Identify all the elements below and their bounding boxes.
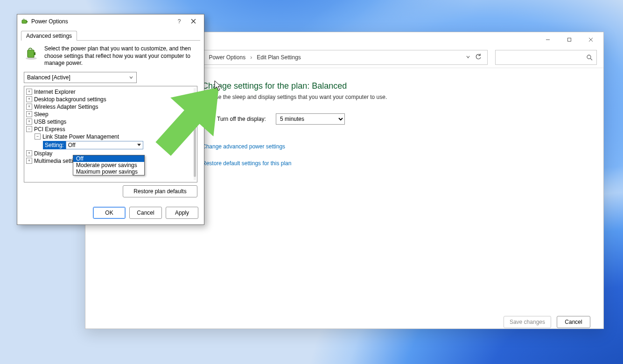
svg-line-5 [590, 58, 592, 60]
tree-item-ie[interactable]: Internet Explorer [34, 89, 76, 95]
settings-tree[interactable]: +Internet Explorer +Desktop background s… [24, 86, 197, 182]
svg-point-4 [587, 55, 591, 59]
breadcrumb-dropdown-icon[interactable] [466, 54, 470, 61]
refresh-icon[interactable] [475, 54, 482, 62]
display-off-label: Turn off the display: [217, 116, 268, 122]
setting-value-text: Off [68, 142, 76, 148]
tree-item-display[interactable]: Display [34, 150, 52, 157]
tree-item-lspm[interactable]: Link State Power Management [42, 133, 119, 140]
lspm-setting-row[interactable]: Setting: Off [43, 141, 143, 149]
expand-icon[interactable]: + [26, 89, 32, 95]
close-button[interactable] [185, 18, 201, 25]
save-changes-button[interactable]: Save changes [504, 316, 551, 328]
tree-item-wireless[interactable]: Wireless Adapter Settings [34, 104, 98, 110]
apply-button[interactable]: Apply [166, 207, 198, 219]
collapse-icon[interactable]: − [26, 126, 32, 132]
setting-dropdown-list[interactable]: Off Moderate power savings Maximum power… [73, 155, 145, 175]
crumb-edit-plan[interactable]: Edit Plan Settings [255, 54, 303, 61]
minimize-button[interactable] [537, 33, 559, 46]
chevron-right-icon: › [250, 54, 252, 61]
dropdown-option-off[interactable]: Off [73, 155, 144, 162]
battery-large-icon [24, 45, 39, 60]
help-button[interactable]: ? [173, 18, 185, 25]
ok-button[interactable]: OK [93, 207, 126, 219]
search-icon [586, 54, 593, 61]
chevron-down-icon [129, 75, 133, 80]
tree-item-usb[interactable]: USB settings [34, 119, 66, 125]
crumb-power-options[interactable]: Power Options [207, 54, 247, 61]
restore-defaults-button[interactable]: Restore plan defaults [123, 185, 197, 197]
tree-item-sleep[interactable]: Sleep [34, 111, 49, 118]
svg-rect-14 [28, 50, 34, 57]
page-subtitle: Choose the sleep and display settings th… [202, 94, 590, 100]
dialog-intro-text: Select the power plan that you want to c… [44, 45, 197, 67]
power-options-dialog: Power Options ? Advanced settings Select… [17, 14, 204, 225]
svg-rect-15 [34, 52, 35, 55]
cancel-button[interactable]: Cancel [129, 207, 162, 219]
svg-rect-1 [568, 38, 571, 42]
expand-icon[interactable]: + [26, 150, 32, 156]
display-off-select[interactable]: 5 minutes [276, 113, 345, 125]
expand-icon[interactable]: + [26, 96, 32, 102]
setting-value-dropdown[interactable]: Off [66, 141, 143, 149]
collapse-icon[interactable]: − [35, 133, 41, 140]
dropdown-option-maximum[interactable]: Maximum power savings [73, 168, 144, 175]
page-title: Change settings for the plan: Balanced [202, 81, 590, 91]
expand-icon[interactable]: + [26, 111, 32, 117]
link-advanced-settings[interactable]: Change advanced power settings [202, 143, 590, 150]
expand-icon[interactable]: + [26, 104, 32, 110]
dialog-titlebar[interactable]: Power Options ? [17, 14, 204, 28]
maximize-button[interactable] [559, 33, 580, 46]
expand-icon[interactable]: + [26, 158, 32, 164]
svg-rect-9 [22, 20, 27, 23]
dropdown-option-moderate[interactable]: Moderate power savings [73, 162, 144, 168]
battery-icon [21, 18, 28, 25]
tab-advanced-settings[interactable]: Advanced settings [21, 31, 77, 41]
expand-icon[interactable]: + [26, 119, 32, 125]
plan-select[interactable]: Balanced [Active] [24, 72, 137, 83]
close-button[interactable] [580, 33, 602, 46]
cancel-button[interactable]: Cancel [557, 316, 590, 328]
search-input[interactable] [495, 50, 597, 65]
link-restore-defaults[interactable]: Restore default settings for this plan [202, 160, 590, 167]
tree-item-desktop-bg[interactable]: Desktop background settings [34, 96, 106, 103]
tree-item-pci[interactable]: PCI Express [34, 126, 65, 133]
setting-label: Setting: [43, 142, 66, 148]
dialog-title: Power Options [31, 18, 173, 25]
display-off-row: Turn off the display: 5 minutes [202, 113, 590, 125]
tree-scrollbar-thumb[interactable] [194, 102, 196, 177]
plan-select-value: Balanced [Active] [27, 74, 70, 81]
svg-rect-10 [27, 21, 28, 22]
